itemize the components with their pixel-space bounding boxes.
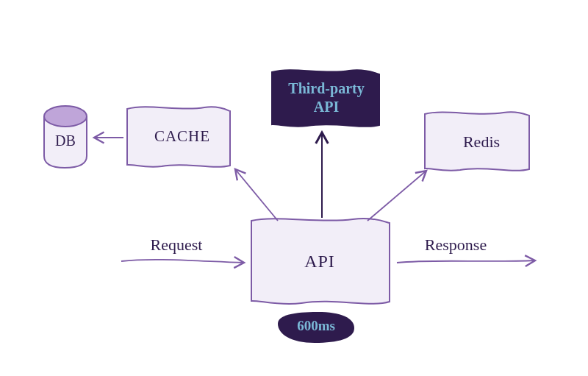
api-node: [251, 219, 390, 304]
arrow-request: [121, 260, 244, 263]
third-party-node: [272, 70, 379, 127]
architecture-diagram: [0, 0, 588, 376]
latency-badge: [278, 312, 354, 343]
arrow-api-to-cache: [235, 169, 278, 221]
svg-point-0: [44, 106, 87, 127]
db-node: [44, 106, 87, 168]
arrow-response: [397, 260, 535, 263]
cache-node: [127, 107, 230, 167]
arrow-api-to-redis: [368, 171, 426, 221]
redis-node: [425, 112, 529, 171]
